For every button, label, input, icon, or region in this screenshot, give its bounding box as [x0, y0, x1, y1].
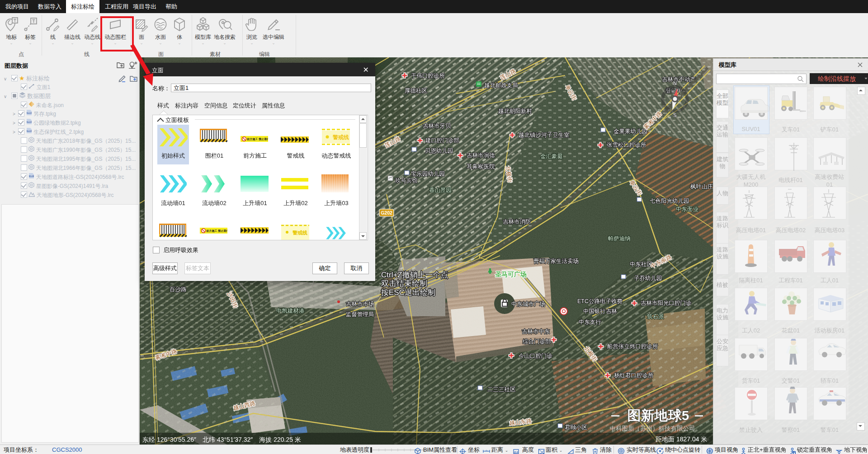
svg-text:吉林市消防: 吉林市消防	[503, 219, 531, 225]
svg-text:君颐小区: 君颐小区	[565, 424, 588, 431]
svg-text:按ESC退出绘制: 按ESC退出绘制	[381, 288, 435, 297]
svg-text:综合门诊部: 综合门诊部	[523, 338, 551, 345]
svg-text:中凯建材港: 中凯建材港	[276, 308, 305, 314]
svg-text:筑石派: 筑石派	[647, 314, 664, 320]
svg-text:吉林市不动产: 吉林市不动产	[662, 76, 696, 83]
svg-text:吉林市阳光口腔门诊: 吉林市阳光口腔门诊	[641, 300, 692, 306]
svg-text:宝乐园幼儿园: 宝乐园幼儿园	[411, 171, 445, 177]
svg-text:前方施工 禁止通行: 前方施工 禁止通行	[206, 229, 228, 233]
svg-text:TPKG: TPKG	[27, 121, 31, 123]
svg-text:贝恩幼儿园: 贝恩幼儿园	[425, 148, 453, 154]
svg-text:吉林市润德: 吉林市润德	[467, 152, 495, 159]
svg-text:吉林市市场: 吉林市市场	[346, 301, 374, 307]
svg-text:枫叶山庄: 枫叶山庄	[690, 183, 713, 190]
svg-text:中东面业: 中东面业	[676, 206, 699, 212]
svg-text:建口腔门诊部: 建口腔门诊部	[425, 137, 459, 144]
svg-text:TPKG: TPKG	[27, 130, 31, 132]
svg-text:七色阳光幼儿园: 七色阳光幼儿园	[650, 198, 689, 204]
svg-text:监督管理局: 监督管理局	[346, 311, 374, 318]
svg-text:警戒线: 警戒线	[292, 230, 307, 235]
svg-text:子乔幼儿园: 子乔幼儿园	[634, 275, 662, 281]
svg-text:香山景园: 香山景园	[429, 187, 452, 193]
svg-text:TPKG: TPKG	[27, 112, 31, 114]
svg-text:中东城市广场: 中东城市广场	[511, 301, 545, 307]
svg-text:耳鼻喉医院: 耳鼻喉医院	[467, 164, 495, 170]
svg-text:船营张立炜口腔诊所: 船营张立炜口腔诊所	[607, 343, 658, 350]
svg-text:越北镇沙河子卫生室: 越北镇沙河子卫生室	[519, 132, 570, 138]
svg-text:双击结束绘制: 双击结束绘制	[381, 279, 427, 288]
svg-text:圣马可广场: 圣马可广场	[495, 271, 527, 278]
svg-text:金汇豪庭: 金汇豪庭	[540, 153, 563, 159]
svg-text:图新地球5: 图新地球5	[627, 408, 689, 423]
svg-text:N: N	[673, 80, 677, 86]
svg-text:二三三社区: 二三三社区	[487, 386, 516, 393]
svg-text:于伟口腔诊所: 于伟口腔诊所	[411, 73, 445, 79]
svg-text:张雪松口腔诊所: 张雪松口腔诊所	[607, 142, 646, 148]
svg-text:G202: G202	[381, 210, 392, 215]
svg-text:警戒线: 警戒线	[332, 134, 349, 140]
svg-text:中国银行吉林: 中国银行吉林	[583, 308, 618, 314]
svg-text:LRC: LRC	[30, 175, 33, 177]
svg-text:ETC公路电子收费: ETC公路电子收费	[577, 298, 623, 304]
svg-text:S: S	[673, 112, 676, 118]
svg-text:东经 126°30′55.26″ 北纬 43°51′37.3: 东经 126°30′55.26″ 北纬 43°51′37.32″ 海拔 220.…	[142, 436, 301, 443]
svg-text:距地面 1827.04 米: 距地面 1827.04 米	[656, 435, 707, 443]
svg-text:吉林市牙贝: 吉林市牙贝	[423, 123, 451, 129]
svg-text:中东社区: 中东社区	[630, 261, 653, 267]
svg-text:今山口腔门诊: 今山口腔门诊	[519, 353, 553, 359]
svg-text:杨红君口腔诊所: 杨红君口腔诊所	[614, 372, 654, 379]
svg-text:吉林市中东: 吉林市中东	[522, 328, 550, 335]
svg-text:百沙路: 百沙路	[170, 286, 187, 293]
svg-text:中东支行: 中东支行	[579, 319, 601, 325]
svg-text:越北邮政支局: 越北邮政支局	[484, 82, 518, 89]
svg-text:帕萨迪纳: 帕萨迪纳	[608, 235, 631, 242]
svg-text:前方施工 禁止通行: 前方施工 禁止通行	[247, 137, 269, 141]
svg-text:曹福万家生活卖场: 曹福万家生活卖场	[533, 258, 579, 264]
svg-text:金果果幼儿园: 金果果幼儿园	[613, 128, 647, 135]
svg-text:玖号宾馆: 玖号宾馆	[395, 178, 418, 184]
svg-text:厚德社区: 厚德社区	[405, 88, 428, 94]
svg-text:Ctrl+Z撤销上一个点: Ctrl+Z撤销上一个点	[381, 271, 448, 279]
svg-text:中科图新（苏州）科技有限公司: 中科图新（苏州）科技有限公司	[610, 425, 695, 432]
svg-text:越北朝阳新村: 越北朝阳新村	[498, 108, 532, 114]
